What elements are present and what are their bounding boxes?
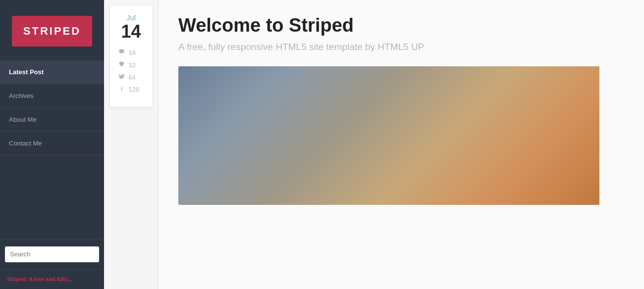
nav-item-about-me[interactable]: About Me [0,108,104,132]
logo-area: STRIPED [5,7,99,55]
bottom-preview-brand: Striped: [7,276,28,282]
nav-item-archives[interactable]: Archives [0,84,104,108]
logo-text: STRIPED [23,25,81,37]
comment-count: 16 [129,49,136,56]
date-column: Jul 14 16 32 64 f 128 [104,0,159,289]
stat-row-twitter: 64 [115,73,148,82]
search-button[interactable]: 🔍 [98,246,99,262]
stat-row-likes: 32 [115,61,148,69]
bottom-preview: Striped: A free and fully... [0,269,104,289]
logo-link[interactable]: STRIPED [12,16,92,47]
sidebar: STRIPED Latest Post Archives About Me Co… [0,0,104,289]
date-card: Jul 14 16 32 64 f 128 [109,5,153,107]
post-image [178,66,599,205]
heart-icon [118,61,126,69]
date-month: Jul [115,13,148,22]
post-title: Welcome to Striped [178,15,624,37]
facebook-icon: f [118,86,126,93]
twitter-count: 64 [129,74,136,81]
stat-row-facebook: f 128 [115,86,148,93]
twitter-icon [118,73,126,82]
date-day: 14 [115,23,148,41]
search-section: 🔍 [0,239,104,269]
search-wrapper: 🔍 [5,246,99,262]
nav-item-latest-post[interactable]: Latest Post [0,60,104,84]
like-count: 32 [129,61,136,69]
search-input[interactable] [5,246,98,262]
nav-section: Latest Post Archives About Me Contact Me [0,60,104,239]
facebook-count: 128 [129,86,140,93]
bottom-preview-text: A free and fully... [28,276,72,282]
stat-row-comments: 16 [115,48,148,57]
nav-item-contact-me[interactable]: Contact Me [0,132,104,155]
comment-icon [118,48,126,57]
main-content: Welcome to Striped A free, fully respons… [159,0,644,289]
post-subtitle: A free, fully responsive HTML5 site temp… [178,42,624,52]
